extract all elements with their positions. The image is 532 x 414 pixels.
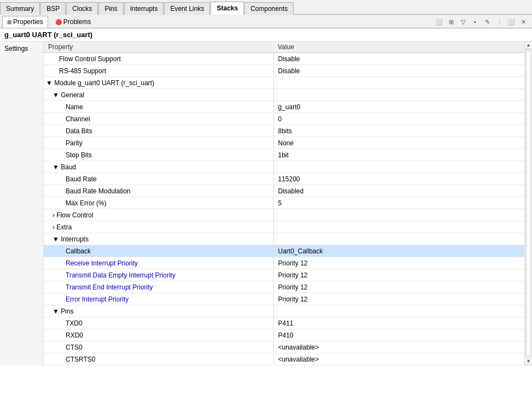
- property-cell: ▼ General: [44, 89, 273, 101]
- table-row[interactable]: › Flow Control: [44, 209, 524, 221]
- toolbar-btn-restore[interactable]: ⬜: [506, 16, 517, 27]
- value-cell: [273, 305, 524, 317]
- property-cell: Parity: [44, 137, 273, 149]
- value-cell: 0: [273, 113, 524, 125]
- tab-event-links[interactable]: Event Links: [164, 2, 210, 15]
- main-tab-bar: Summary BSP Clocks Pins Interrupts Event…: [0, 0, 532, 15]
- table-row[interactable]: RXD0P410: [44, 329, 524, 341]
- properties-icon: ⊞: [7, 19, 11, 25]
- property-cell: Max Error (%): [44, 197, 273, 209]
- table-row[interactable]: ParityNone: [44, 137, 524, 149]
- table-row[interactable]: Data Bits8bits: [44, 125, 524, 137]
- problems-icon: 🔴: [55, 19, 62, 25]
- table-row[interactable]: Stop Bits1bit: [44, 149, 524, 161]
- tab-components[interactable]: Components: [244, 2, 294, 15]
- settings-label: Settings: [2, 44, 41, 54]
- table-row[interactable]: ▼ Pins: [44, 305, 524, 317]
- table-row[interactable]: Max Error (%)5: [44, 197, 524, 209]
- value-cell: [273, 89, 524, 101]
- value-cell: Priority 12: [273, 269, 524, 281]
- table-row[interactable]: CTS0<unavailable>: [44, 341, 524, 353]
- toolbar-btn-edit[interactable]: ✎: [482, 16, 493, 27]
- value-cell: 115200: [273, 173, 524, 185]
- toolbar-btn-2[interactable]: ⊞: [446, 16, 457, 27]
- property-cell: ▼ Pins: [44, 305, 273, 317]
- toolbar-btn-1[interactable]: ⬜: [434, 16, 445, 27]
- property-cell: Baud Rate Modulation: [44, 185, 273, 197]
- scroll-thumb[interactable]: [526, 50, 531, 357]
- value-cell: Uart0_Callback: [273, 245, 524, 257]
- col-property-header: Property: [44, 42, 273, 53]
- value-cell: Disable: [273, 53, 524, 65]
- tab-bsp[interactable]: BSP: [40, 2, 66, 15]
- property-cell: ▼ Baud: [44, 161, 273, 173]
- toolbar-btn-filter[interactable]: ▽: [458, 16, 469, 27]
- table-row[interactable]: ▼ General: [44, 89, 524, 101]
- property-cell: Callback: [44, 245, 273, 257]
- table-row[interactable]: Nameg_uart0: [44, 101, 524, 113]
- settings-sidebar: Settings: [0, 42, 44, 365]
- toolbar-btn-4[interactable]: ▪: [470, 16, 481, 27]
- table-row[interactable]: CTSRTS0<unavailable>: [44, 353, 524, 365]
- value-cell: [273, 77, 524, 89]
- value-cell: P410: [273, 329, 524, 341]
- property-cell: › Flow Control: [44, 209, 273, 221]
- value-cell: 8bits: [273, 125, 524, 137]
- table-row[interactable]: ▼ Baud: [44, 161, 524, 173]
- table-row[interactable]: ▼ Module g_uart0 UART (r_sci_uart): [44, 77, 524, 89]
- value-cell: 1bit: [273, 149, 524, 161]
- tab-pins[interactable]: Pins: [98, 2, 123, 15]
- table-row[interactable]: ▼ Interrupts: [44, 233, 524, 245]
- value-cell: 5: [273, 197, 524, 209]
- scrollbar[interactable]: ▲ ▼: [524, 42, 532, 365]
- value-cell: Priority 12: [273, 293, 524, 305]
- table-row[interactable]: › Extra: [44, 221, 524, 233]
- property-cell: Stop Bits: [44, 149, 273, 161]
- value-cell: [273, 221, 524, 233]
- properties-label: Properties: [13, 18, 43, 26]
- property-cell: Receive Interrupt Priority: [44, 257, 273, 269]
- scroll-down-btn[interactable]: ▼: [525, 358, 532, 365]
- scroll-up-btn[interactable]: ▲: [525, 42, 532, 49]
- table-row[interactable]: RS-485 SupportDisable: [44, 65, 524, 77]
- toolbar: ⬜ ⊞ ▽ ▪ ✎ ⋮ ⬜ ✕: [434, 16, 532, 27]
- property-cell: CTSRTS0: [44, 353, 273, 365]
- table-row[interactable]: Baud Rate115200: [44, 173, 524, 185]
- properties-table[interactable]: Property Value Flow Control SupportDisab…: [44, 42, 524, 365]
- property-cell: Transmit Data Empty Interrupt Priority: [44, 269, 273, 281]
- toolbar-btn-more[interactable]: ⋮: [494, 16, 505, 27]
- table-row[interactable]: CallbackUart0_Callback: [44, 245, 524, 257]
- table-row[interactable]: Receive Interrupt PriorityPriority 12: [44, 257, 524, 269]
- tab-clocks[interactable]: Clocks: [66, 2, 98, 15]
- value-cell: <unavailable>: [273, 353, 524, 365]
- value-cell: Disabled: [273, 185, 524, 197]
- property-cell: TXD0: [44, 317, 273, 329]
- toolbar-btn-close[interactable]: ✕: [518, 16, 529, 27]
- property-cell: Data Bits: [44, 125, 273, 137]
- table-row[interactable]: Baud Rate ModulationDisabled: [44, 185, 524, 197]
- property-cell: Error Interrupt Priority: [44, 293, 273, 305]
- table-row[interactable]: TXD0P411: [44, 317, 524, 329]
- value-cell: Disable: [273, 65, 524, 77]
- tab-stacks[interactable]: Stacks: [211, 2, 244, 15]
- tab-problems[interactable]: 🔴 Problems: [50, 16, 96, 28]
- property-cell: CTS0: [44, 341, 273, 353]
- property-cell: ▼ Interrupts: [44, 233, 273, 245]
- value-cell: [273, 161, 524, 173]
- value-cell: g_uart0: [273, 101, 524, 113]
- property-cell: Channel: [44, 113, 273, 125]
- table-row[interactable]: Transmit End Interrupt PriorityPriority …: [44, 281, 524, 293]
- property-cell: RXD0: [44, 329, 273, 341]
- table-row[interactable]: Transmit Data Empty Interrupt PriorityPr…: [44, 269, 524, 281]
- table-row[interactable]: Flow Control SupportDisable: [44, 53, 524, 65]
- tab-interrupts[interactable]: Interrupts: [124, 2, 164, 15]
- table-row[interactable]: Error Interrupt PriorityPriority 12: [44, 293, 524, 305]
- col-value-header: Value: [273, 42, 524, 53]
- value-cell: <unavailable>: [273, 341, 524, 353]
- property-cell: Transmit End Interrupt Priority: [44, 281, 273, 293]
- tab-properties[interactable]: ⊞ Properties: [2, 16, 48, 28]
- tab-summary[interactable]: Summary: [0, 2, 40, 15]
- property-cell: Baud Rate: [44, 173, 273, 185]
- table-row[interactable]: Channel0: [44, 113, 524, 125]
- panel-tab-bar: ⊞ Properties 🔴 Problems ⬜ ⊞ ▽ ▪ ✎ ⋮ ⬜ ✕: [0, 15, 532, 28]
